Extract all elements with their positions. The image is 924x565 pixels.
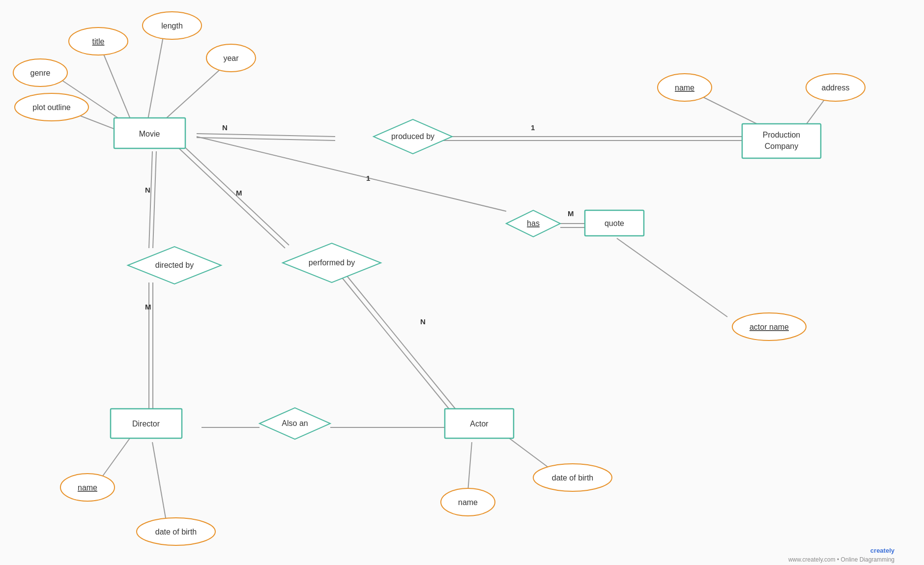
actor-name-text: actor name — [750, 323, 789, 331]
performed-by-label: performed by — [309, 258, 355, 267]
genre-text: genre — [30, 69, 51, 77]
card-n-actor-performed: N — [420, 317, 426, 326]
actor-label: Actor — [470, 420, 489, 428]
svg-line-26 — [468, 442, 472, 491]
length-text: length — [161, 22, 183, 30]
card-1-has: 1 — [366, 174, 370, 182]
brand-name: creately — [870, 547, 895, 554]
has-label: has — [527, 219, 540, 227]
svg-line-16 — [152, 442, 166, 521]
director-name-text: name — [78, 483, 97, 492]
director-dob-text: date of birth — [155, 528, 197, 536]
card-1-pc-produced: 1 — [531, 123, 535, 132]
svg-line-18 — [181, 143, 289, 245]
actor-name2-text: name — [458, 498, 478, 507]
production-company-label: Production — [763, 131, 801, 139]
card-m-director: M — [145, 303, 151, 311]
movie-label: Movie — [139, 130, 160, 138]
quote-label: quote — [605, 219, 624, 227]
svg-line-1 — [147, 29, 165, 122]
svg-line-11 — [149, 151, 152, 248]
year-text: year — [223, 54, 239, 62]
svg-line-19 — [339, 274, 452, 413]
pc-address-text: address — [822, 84, 850, 92]
production-company-entity — [742, 124, 821, 158]
director-label: Director — [132, 420, 160, 428]
plot-outline-text: plot outline — [32, 103, 70, 112]
svg-line-5 — [197, 134, 335, 137]
title-text: title — [92, 37, 105, 46]
card-n-movie-produced: N — [222, 123, 228, 132]
svg-line-17 — [177, 146, 285, 248]
svg-line-20 — [343, 271, 456, 410]
production-company-label2: Company — [765, 142, 798, 150]
svg-line-12 — [153, 151, 156, 248]
card-n-movie-directed: N — [145, 186, 150, 194]
actor-dob-text: date of birth — [552, 474, 594, 482]
produced-by-label: produced by — [391, 132, 434, 141]
card-m-has-quote: M — [568, 209, 574, 218]
pc-name-text: name — [675, 84, 694, 92]
card-m-movie-performed: M — [236, 189, 242, 197]
directed-by-label: directed by — [155, 261, 194, 269]
svg-line-21 — [197, 137, 506, 211]
also-an-label: Also an — [282, 419, 308, 427]
brand-url: www.creately.com • Online Diagramming — [788, 556, 895, 563]
svg-line-6 — [197, 138, 335, 141]
svg-line-24 — [617, 238, 727, 317]
